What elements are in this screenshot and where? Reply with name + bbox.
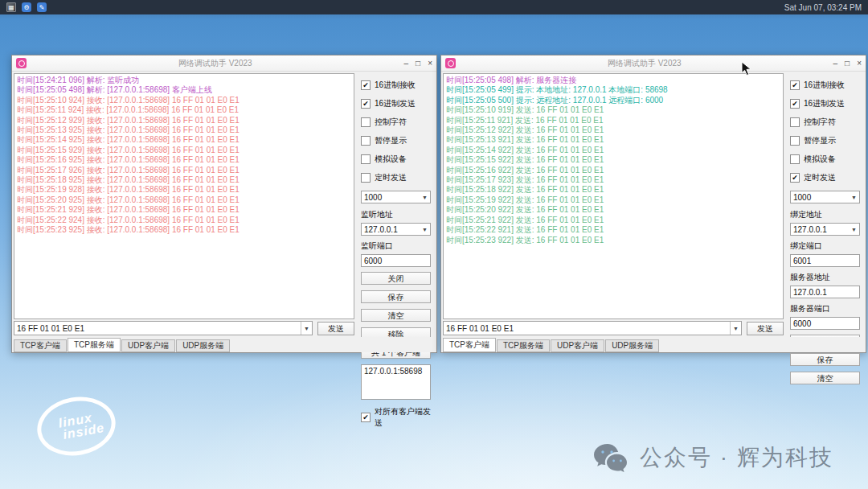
client-list-item[interactable]: 127.0.0.1:58698 [364, 367, 428, 376]
tab-TCP客户端[interactable]: TCP客户端 [14, 339, 67, 352]
input-field[interactable]: 6001 [790, 254, 860, 267]
send-input[interactable]: 16 FF 01 01 E0 E1 ▼ [443, 321, 742, 335]
checkbox-box [361, 136, 371, 146]
field-label: 服务器地址 [790, 272, 860, 283]
window-controls: – □ × [833, 60, 862, 68]
log-area[interactable]: 时间[15:24:21 096] 解析: 监听成功时间[15:25:05 498… [14, 73, 354, 319]
log-area[interactable]: 时间[15:25:05 498] 解析: 服务器连接时间[15:25:05 49… [443, 73, 784, 319]
checkbox-label: 16进制发送 [375, 98, 416, 109]
combo-field[interactable]: 127.0.0.1▼ [361, 223, 431, 236]
input-field[interactable]: 6000 [790, 317, 860, 330]
log-line: 时间[15:25:23 922] 发送: 16 FF 01 01 E0 E1 [446, 236, 783, 245]
log-line: 时间[15:25:14 925] 接收: [127.0.0.1:58698] 1… [17, 135, 354, 145]
checkbox-16进制发送[interactable]: ✔16进制发送 [790, 98, 860, 109]
interval-combo[interactable]: 1000 ▼ [361, 191, 431, 203]
panel-button-保存[interactable]: 保存 [790, 353, 860, 366]
log-line: 时间[15:25:21 929] 接收: [127.0.0.1:58698] 1… [17, 205, 354, 215]
chevron-down-icon[interactable]: ▼ [301, 322, 312, 335]
checkbox-label: 控制字符 [804, 117, 836, 128]
tab-UDP服务端[interactable]: UDP服务端 [176, 339, 230, 352]
panel-button-清空[interactable]: 清空 [790, 372, 860, 384]
tab-UDP客户端[interactable]: UDP客户端 [121, 339, 175, 352]
send-button[interactable]: 发送 [317, 322, 354, 335]
log-line: 时间[15:25:23 925] 接收: [127.0.0.1:58698] 1… [17, 225, 354, 235]
checkbox-控制字符[interactable]: 控制字符 [790, 117, 860, 128]
gear-icon[interactable]: ⚙ [22, 2, 31, 12]
interval-combo[interactable]: 1000 ▼ [790, 191, 860, 203]
chevron-down-icon[interactable]: ▼ [851, 195, 857, 200]
field-label: 绑定端口 [790, 240, 860, 252]
chevron-down-icon[interactable]: ▼ [851, 227, 857, 232]
log-line: 时间[15:25:10 919] 发送: 16 FF 01 01 E0 E1 [446, 105, 783, 115]
checkbox-box [361, 173, 371, 183]
tab-UDP客户端[interactable]: UDP客户端 [551, 339, 604, 352]
log-line: 时间[15:24:21 096] 解析: 监听成功 [17, 76, 354, 85]
log-line: 时间[15:25:05 498] 解析: 服务器连接 [446, 76, 783, 85]
chevron-down-icon[interactable]: ▼ [730, 322, 741, 335]
tab-UDP服务端[interactable]: UDP服务端 [605, 339, 659, 352]
panel-button-清空[interactable]: 清空 [361, 309, 431, 322]
checkbox-label: 16进制接收 [804, 80, 845, 91]
input-field[interactable]: 127.0.0.1 [790, 286, 860, 298]
tab-TCP客户端[interactable]: TCP客户端 [443, 338, 496, 352]
checkbox-控制字符[interactable]: 控制字符 [361, 117, 431, 128]
clock[interactable]: Sat Jun 07, 03:24 PM [784, 3, 862, 12]
checkbox-16进制接收[interactable]: ✔16进制接收 [790, 80, 860, 91]
checkbox-label: 暂停显示 [804, 135, 836, 146]
app-icon [16, 58, 27, 68]
checkbox-模拟设备[interactable]: 模拟设备 [361, 154, 431, 165]
checkbox-box [361, 154, 371, 164]
checkbox-box: ✔ [790, 80, 800, 90]
checkbox-模拟设备[interactable]: 模拟设备 [790, 154, 860, 165]
checkbox-box: ✔ [361, 80, 371, 90]
edit-icon[interactable]: ✎ [37, 2, 47, 12]
checkbox-box: ✔ [361, 413, 371, 422]
window-tcp-server: 网络调试助手 V2023 – □ × 时间[15:24:21 096] 解析: … [11, 55, 437, 353]
tab-TCP服务端[interactable]: TCP服务端 [497, 339, 550, 352]
app-icon [445, 58, 456, 68]
input-field[interactable]: 6000 [361, 254, 431, 267]
chevron-down-icon[interactable]: ▼ [422, 195, 428, 200]
log-line: 时间[15:25:21 922] 发送: 16 FF 01 01 E0 E1 [446, 216, 783, 225]
panel-button-关闭[interactable]: 关闭 [361, 272, 431, 285]
checkbox-16进制接收[interactable]: ✔16进制接收 [361, 80, 431, 91]
panel-button-保存[interactable]: 保存 [361, 290, 431, 303]
tab-TCP服务端[interactable]: TCP服务端 [68, 338, 121, 352]
field-label: 监听地址 [361, 209, 431, 220]
titlebar[interactable]: 网络调试助手 V2023 – □ × [12, 55, 436, 72]
chevron-down-icon[interactable]: ▼ [422, 227, 428, 232]
window-icon[interactable]: ▦ [6, 2, 16, 12]
field-value: 127.0.0.1 [364, 225, 398, 234]
log-line: 时间[15:25:10 924] 接收: [127.0.0.1:58698] 1… [17, 96, 354, 105]
top-panel: ▦⚙✎ Sat Jun 07, 03:24 PM [0, 0, 868, 14]
log-line: 时间[15:25:16 922] 发送: 16 FF 01 01 E0 E1 [446, 166, 783, 175]
checkbox-box: ✔ [361, 99, 371, 109]
checkbox-label: 模拟设备 [375, 154, 407, 165]
minimize-button[interactable]: – [404, 60, 409, 68]
desktop: ▦⚙✎ Sat Jun 07, 03:24 PM 网络调试助手 V2023 – … [0, 0, 868, 489]
send-input[interactable]: 16 FF 01 01 E0 E1 ▼ [14, 321, 313, 335]
send-value: 16 FF 01 01 E0 E1 [446, 324, 514, 333]
checkbox-broadcast[interactable]: ✔ 对所有客户端发送 [361, 406, 431, 429]
send-button[interactable]: 发送 [747, 322, 784, 335]
checkbox-label: 暂停显示 [375, 135, 407, 146]
combo-field[interactable]: 127.0.0.1▼ [790, 223, 860, 236]
minimize-button[interactable]: – [833, 60, 838, 68]
close-button[interactable]: × [428, 60, 432, 68]
watermark: 公众号 · 辉为科技 [593, 442, 833, 473]
maximize-button[interactable]: □ [845, 60, 850, 68]
close-button[interactable]: × [857, 60, 862, 68]
checkbox-box [790, 154, 800, 164]
titlebar[interactable]: 网络调试助手 V2023 – □ × [441, 55, 866, 72]
checkbox-box [361, 117, 371, 127]
log-line: 时间[15:25:13 921] 发送: 16 FF 01 01 E0 E1 [446, 135, 783, 145]
checkbox-label: 定时发送 [804, 172, 836, 183]
checkbox-16进制发送[interactable]: ✔16进制发送 [361, 98, 431, 109]
checkbox-暂停显示[interactable]: 暂停显示 [790, 135, 860, 146]
window-tcp-client: 网络调试助手 V2023 – □ × 时间[15:25:05 498] 解析: … [440, 55, 866, 353]
client-listbox[interactable]: 127.0.0.1:58698 [361, 364, 431, 400]
checkbox-定时发送[interactable]: ✔定时发送 [790, 172, 860, 183]
maximize-button[interactable]: □ [416, 60, 420, 68]
checkbox-定时发送[interactable]: 定时发送 [361, 172, 431, 183]
checkbox-暂停显示[interactable]: 暂停显示 [361, 135, 431, 146]
